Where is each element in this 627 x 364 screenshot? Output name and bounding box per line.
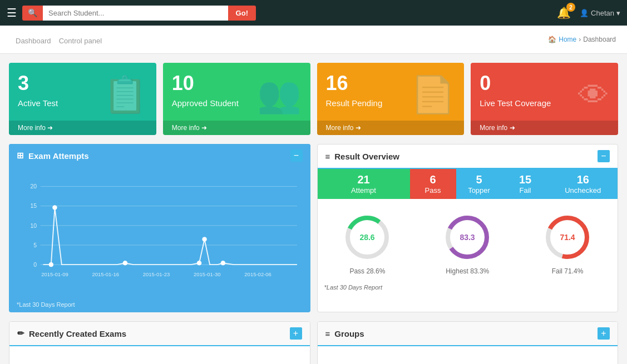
live-test-more-info[interactable]: More info ➜ xyxy=(471,121,618,135)
subtitle-text: Control panel xyxy=(59,37,102,45)
exam-attempts-note: *Last 30 Days Report xyxy=(9,299,310,312)
groups-panel: ≡ Groups + xyxy=(317,321,619,364)
notification-badge: 2 xyxy=(566,3,575,12)
page-header: Dashboard Control panel 🏠 Home › Dashboa… xyxy=(0,26,627,54)
exam-attempts-chart: 20 15 10 5 0 2015-01-09 2015-01-16 2015-… xyxy=(17,173,303,295)
clipboard-icon: 📋 xyxy=(103,74,147,116)
result-pending-more-info[interactable]: More info ➜ xyxy=(317,121,465,135)
highest-donut-label: Highest 83.3% xyxy=(442,267,492,275)
chart-body: 20 15 10 5 0 2015-01-09 2015-01-16 2015-… xyxy=(9,167,310,299)
svg-text:15: 15 xyxy=(30,203,37,209)
svg-text:2015-01-16: 2015-01-16 xyxy=(92,271,119,277)
stat-card-approved-student: 10 Approved Student 👥 More info ➜ xyxy=(163,63,310,135)
result-overview-collapse-btn[interactable]: − xyxy=(598,150,610,162)
breadcrumb-home[interactable]: Home xyxy=(559,36,576,43)
groups-add-btn[interactable]: + xyxy=(598,327,610,340)
svg-text:20: 20 xyxy=(30,183,37,190)
result-overview-header: ≡ Result Overview − xyxy=(318,144,618,169)
groups-title-text: Groups xyxy=(334,329,364,338)
result-overview-panel: ≡ Result Overview − 21 Attempt 6 Pass xyxy=(317,144,619,312)
groups-body xyxy=(318,346,618,364)
unchecked-label: Unchecked xyxy=(551,186,616,195)
svg-point-18 xyxy=(197,261,201,265)
bottom-panels: ✏ Recently Created Exams + ≡ Groups + xyxy=(9,321,618,364)
svg-point-15 xyxy=(49,262,53,267)
go-button[interactable]: Go! xyxy=(228,6,256,21)
grid-icon: ⊞ xyxy=(17,151,24,161)
svg-text:2015-01-23: 2015-01-23 xyxy=(143,271,170,277)
home-icon: 🏠 xyxy=(548,36,556,43)
result-overview-body: 21 Attempt 6 Pass 5 Topper 15 Fail xyxy=(318,169,618,296)
recently-created-header: ✏ Recently Created Exams + xyxy=(9,322,310,346)
pass-count: 6 xyxy=(412,173,454,186)
pass-donut-chart: 28.6 xyxy=(342,212,392,262)
recently-created-panel: ✏ Recently Created Exams + xyxy=(9,321,310,364)
breadcrumb: 🏠 Home › Dashboard xyxy=(548,36,616,43)
donut-row: 28.6 Pass 28.6% 83.3 Highest 83.3% xyxy=(318,207,618,281)
svg-text:0: 0 xyxy=(33,262,37,268)
donut-pass: 28.6 Pass 28.6% xyxy=(342,212,392,275)
svg-point-17 xyxy=(123,261,127,265)
result-overview-title: ≡ Result Overview xyxy=(325,152,399,161)
hamburger-icon[interactable]: ☰ xyxy=(7,6,17,19)
attempt-count: 21 xyxy=(320,173,408,186)
approved-student-more-info[interactable]: More info ➜ xyxy=(163,121,310,135)
unchecked-count: 16 xyxy=(551,173,616,186)
stat-card-live-test: 0 Live Test Coverage 👁 More info ➜ xyxy=(471,63,618,135)
svg-text:2015-01-30: 2015-01-30 xyxy=(194,271,221,277)
groups-title: ≡ Groups xyxy=(325,329,364,338)
svg-text:2015-02-06: 2015-02-06 xyxy=(244,271,271,277)
fail-donut-chart: 71.4 xyxy=(542,212,593,262)
result-stats-bar: 21 Attempt 6 Pass 5 Topper 15 Fail xyxy=(318,169,618,199)
search-icon-button[interactable]: 🔍 xyxy=(22,6,43,21)
exam-attempts-collapse-btn[interactable]: − xyxy=(290,149,303,162)
attempt-stat: 21 Attempt xyxy=(318,169,410,199)
svg-text:28.6: 28.6 xyxy=(360,233,375,242)
breadcrumb-separator: › xyxy=(579,36,581,43)
search-input[interactable] xyxy=(43,6,228,21)
result-overview-title-text: Result Overview xyxy=(334,152,399,161)
pass-label: Pass xyxy=(412,186,454,195)
recently-created-body xyxy=(9,346,310,364)
dropdown-arrow-icon: ▾ xyxy=(616,9,620,17)
svg-text:2015-01-09: 2015-01-09 xyxy=(41,271,68,277)
breadcrumb-current: Dashboard xyxy=(583,36,616,43)
exam-attempts-title-text: Exam Attempts xyxy=(28,151,89,161)
highest-donut-chart: 83.3 xyxy=(442,212,492,262)
exam-attempts-header: ⊞ Exam Attempts − xyxy=(9,144,310,167)
pass-donut-label: Pass 28.6% xyxy=(342,267,392,275)
recently-created-add-btn[interactable]: + xyxy=(290,327,302,340)
stat-card-result-pending: 16 Result Pending 📄 More info ➜ xyxy=(317,63,465,135)
recently-created-title: ✏ Recently Created Exams xyxy=(17,328,126,338)
unchecked-stat: 16 Unchecked xyxy=(549,169,618,199)
user-menu[interactable]: 👤 Chetan ▾ xyxy=(580,9,620,17)
topper-stat: 5 Topper xyxy=(456,169,502,199)
pass-stat: 6 Pass xyxy=(410,169,456,199)
eye-icon: 👁 xyxy=(578,77,609,113)
donut-highest: 83.3 Highest 83.3% xyxy=(442,212,492,275)
page-title-wrap: Dashboard Control panel xyxy=(11,32,102,47)
search-bar: 🔍 Go! xyxy=(22,6,256,21)
result-note: *Last 30 Days Report xyxy=(318,281,618,296)
main-content: 3 Active Test 📋 More info ➜ 10 Approved … xyxy=(0,54,627,364)
fail-count: 15 xyxy=(505,173,546,186)
active-test-more-info[interactable]: More info ➜ xyxy=(9,121,156,135)
title-text: Dashboard xyxy=(16,37,51,45)
user-icon: 👤 xyxy=(580,9,589,17)
list-icon: ≡ xyxy=(325,329,330,338)
notifications[interactable]: 🔔 2 xyxy=(557,6,571,19)
page-title: Dashboard Control panel xyxy=(11,32,102,46)
svg-text:83.3: 83.3 xyxy=(460,233,475,242)
exam-attempts-panel: ⊞ Exam Attempts − 20 15 10 5 xyxy=(9,144,310,312)
svg-point-16 xyxy=(53,206,57,210)
middle-row: ⊞ Exam Attempts − 20 15 10 5 xyxy=(9,144,618,312)
fail-donut-label: Fail 71.4% xyxy=(542,267,593,275)
fail-label: Fail xyxy=(505,186,546,195)
svg-text:10: 10 xyxy=(30,223,37,229)
list-bars-icon: ≡ xyxy=(325,152,330,161)
recently-created-title-text: Recently Created Exams xyxy=(29,329,126,338)
stat-cards: 3 Active Test 📋 More info ➜ 10 Approved … xyxy=(9,63,618,135)
pencil-icon: ✏ xyxy=(17,328,24,338)
fail-stat: 15 Fail xyxy=(502,169,549,199)
topper-count: 5 xyxy=(458,173,500,186)
